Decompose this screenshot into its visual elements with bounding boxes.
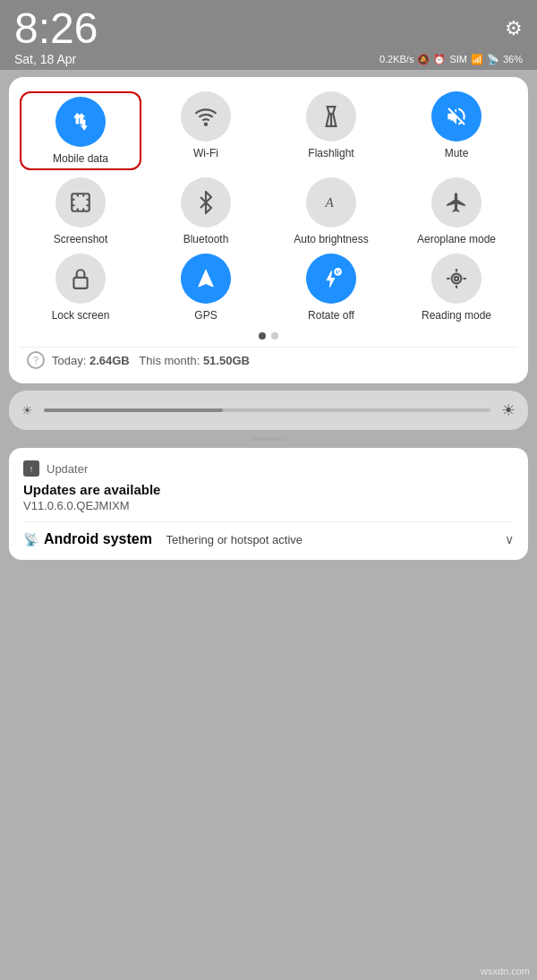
alarm-icon: ⏰ — [433, 54, 446, 65]
tile-mobile-data[interactable]: Mobile data — [20, 91, 141, 170]
reading-mode-label: Reading mode — [422, 309, 491, 322]
tile-gps[interactable]: GPS — [145, 254, 267, 322]
mute-icon — [431, 91, 482, 142]
tile-rotate-off[interactable]: Rotate off — [270, 254, 392, 322]
notif-divider — [23, 521, 514, 522]
mute-status-icon: 🔕 — [417, 54, 430, 65]
quick-settings-panel: Mobile data Wi-Fi Flashlight Mute — [9, 77, 528, 383]
status-bar: 8:26 ⚙ Sat, 18 Apr 0.2KB/s 🔕 ⏰ SIM 📶 📡 3… — [0, 0, 537, 70]
sim-icon: SIM — [449, 54, 467, 64]
tile-wifi[interactable]: Wi-Fi — [145, 91, 267, 170]
svg-point-2 — [205, 124, 207, 125]
wifi-label: Wi-Fi — [193, 147, 218, 159]
settings-icon[interactable]: ⚙ — [505, 17, 523, 40]
tile-screenshot[interactable]: Screenshot — [20, 177, 141, 245]
notif-footer: 📡 Android system Tethering or hotspot ac… — [23, 531, 514, 547]
brightness-bar[interactable]: ☀ ☀ — [9, 391, 528, 430]
notif-header: ↑ Updater — [23, 460, 514, 477]
screenshot-label: Screenshot — [54, 233, 108, 245]
brightness-slider-fill — [44, 408, 223, 412]
aeroplane-icon — [431, 177, 482, 228]
wifi-status-icon: 📡 — [487, 54, 499, 65]
data-usage-row: ? Today: 2.64GB This month: 51.50GB — [20, 347, 517, 373]
watermark: wsxdn.com — [481, 966, 530, 976]
date-display: Sat, 18 Apr — [14, 52, 76, 66]
tile-lock-screen[interactable]: Lock screen — [20, 254, 141, 322]
notif-footer-detail: Tethering or hotspot active — [166, 533, 303, 546]
time-display: 8:26 — [14, 7, 98, 50]
mobile-data-label: Mobile data — [53, 152, 108, 165]
svg-rect-6 — [73, 278, 87, 288]
bluetooth-icon — [181, 177, 231, 228]
status-icons-group: 0.2KB/s 🔕 ⏰ SIM 📶 📡 36% — [379, 54, 523, 65]
svg-rect-4 — [72, 194, 90, 212]
bluetooth-label: Bluetooth — [183, 233, 229, 245]
brightness-high-icon: ☀ — [501, 400, 516, 420]
svg-point-8 — [452, 273, 462, 283]
tiles-grid: Mobile data Wi-Fi Flashlight Mute — [20, 91, 517, 322]
flashlight-label: Flashlight — [308, 147, 354, 159]
notif-footer-text — [158, 533, 161, 546]
svg-marker-0 — [73, 113, 81, 124]
tile-bluetooth[interactable]: Bluetooth — [145, 177, 267, 245]
notif-body: V11.0.6.0.QEJMIXM — [23, 499, 514, 512]
data-usage-help-icon: ? — [27, 351, 45, 369]
tile-aeroplane[interactable]: Aeroplane mode — [396, 177, 517, 245]
notif-wifi-icon: 📡 — [23, 532, 38, 546]
scroll-handle — [251, 437, 286, 441]
battery-display: 36% — [503, 54, 523, 64]
rotate-off-icon — [306, 254, 356, 304]
notification-card[interactable]: ↑ Updater Updates are available V11.0.6.… — [9, 448, 528, 560]
notif-app-name: Updater — [47, 462, 88, 476]
tile-mute[interactable]: Mute — [396, 91, 517, 170]
auto-brightness-icon: A — [306, 177, 356, 228]
tile-auto-brightness[interactable]: A Auto brightness — [270, 177, 392, 245]
reading-mode-icon — [431, 254, 482, 304]
gps-icon — [181, 254, 231, 304]
mute-label: Mute — [445, 147, 469, 159]
brightness-slider-track[interactable] — [44, 408, 490, 412]
pagination-dots — [20, 332, 517, 340]
brightness-low-icon: ☀ — [21, 403, 33, 417]
screenshot-icon — [55, 177, 106, 228]
pagination-dot-2 — [271, 332, 278, 340]
updater-app-icon: ↑ — [23, 460, 39, 477]
lock-screen-icon — [55, 254, 106, 304]
tile-flashlight[interactable]: Flashlight — [270, 91, 392, 170]
flashlight-icon — [306, 91, 356, 142]
notif-footer-app: Android system — [44, 531, 152, 547]
notif-title: Updates are available — [23, 482, 514, 497]
rotate-off-label: Rotate off — [308, 309, 354, 322]
aeroplane-label: Aeroplane mode — [417, 233, 496, 245]
pagination-dot-1 — [259, 332, 266, 340]
data-usage-text: Today: 2.64GB This month: 51.50GB — [52, 354, 250, 367]
tile-reading-mode[interactable]: Reading mode — [396, 254, 517, 322]
signal-icon: 📶 — [471, 54, 483, 65]
auto-brightness-label: Auto brightness — [294, 233, 368, 245]
notif-chevron-icon[interactable]: ∨ — [505, 532, 514, 546]
svg-point-9 — [455, 277, 458, 280]
svg-text:A: A — [325, 195, 335, 211]
network-speed: 0.2KB/s — [379, 54, 414, 64]
wifi-icon — [181, 91, 231, 142]
gps-label: GPS — [194, 309, 217, 322]
mobile-data-icon — [55, 97, 106, 147]
lock-screen-label: Lock screen — [52, 309, 110, 322]
